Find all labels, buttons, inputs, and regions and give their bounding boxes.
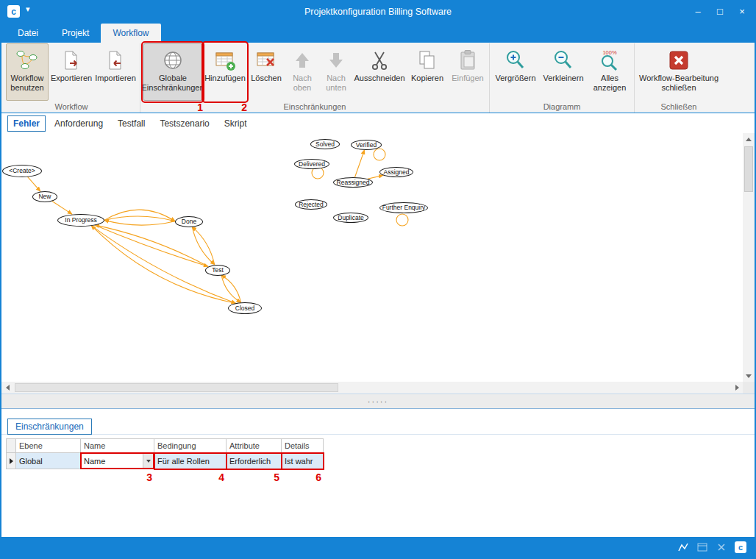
cell-details-value: Ist wahr bbox=[285, 457, 313, 466]
cell-attribute[interactable]: Erforderlich 5 bbox=[227, 453, 282, 469]
clipboard-icon bbox=[456, 47, 479, 74]
einfuegen-button[interactable]: Einfügen bbox=[449, 43, 486, 101]
workflow-node[interactable]: Assigned bbox=[379, 167, 413, 177]
menu-tab-projekt[interactable]: Projekt bbox=[50, 24, 101, 43]
nach-unten-button[interactable]: Nach unten bbox=[320, 43, 352, 101]
ribbon-group-label: Diagramm bbox=[492, 102, 632, 113]
button-label: Ausschneiden bbox=[354, 74, 404, 83]
tab-anforderung[interactable]: Anforderung bbox=[49, 115, 109, 132]
scroll-left-button[interactable] bbox=[1, 382, 13, 394]
export-icon bbox=[60, 47, 83, 74]
globale-einschraenkungen-button[interactable]: Globale Einschränkungen 1 bbox=[143, 43, 202, 101]
hinzufuegen-button[interactable]: Hinzufügen 2 bbox=[204, 43, 246, 101]
button-label: Löschen bbox=[251, 74, 282, 83]
minimize-button[interactable]: – bbox=[687, 1, 709, 21]
header-details: Details bbox=[282, 438, 324, 453]
nach-oben-button[interactable]: Nach oben bbox=[286, 43, 318, 101]
button-label: Workflow benutzen bbox=[7, 74, 48, 92]
tab-testszenario[interactable]: Testszenario bbox=[154, 115, 215, 132]
triangle-left-icon bbox=[6, 385, 10, 391]
tab-einschraenkungen[interactable]: Einschränkungen bbox=[7, 419, 92, 435]
maximize-button[interactable]: □ bbox=[709, 1, 731, 21]
workflow-benutzen-button[interactable]: Workflow benutzen bbox=[6, 43, 49, 101]
cell-ebene[interactable]: Global bbox=[16, 453, 81, 469]
name-dropdown[interactable]: Name bbox=[81, 453, 154, 469]
tab-fehler[interactable]: Fehler bbox=[7, 115, 46, 132]
scroll-right-button[interactable] bbox=[731, 382, 743, 394]
ribbon-group-label: Workflow bbox=[5, 102, 138, 113]
ribbon-group-diagramm: Vergrößern Verkleinern bbox=[490, 43, 635, 113]
row-marker-icon bbox=[10, 458, 13, 464]
tab-testfall[interactable]: Testfall bbox=[112, 115, 151, 132]
workflow-node[interactable]: In Progress bbox=[57, 214, 104, 227]
cell-name[interactable]: Name 3 bbox=[81, 453, 154, 469]
importieren-button[interactable]: Importieren bbox=[94, 43, 137, 101]
chevron-down-icon[interactable] bbox=[143, 453, 154, 469]
scrollbar-corner bbox=[743, 382, 755, 394]
workflow-canvas[interactable]: <Create>NewIn ProgressDoneTestClosedSolv… bbox=[1, 133, 743, 382]
vertical-scroll-thumb[interactable] bbox=[744, 146, 753, 192]
alles-anzeigen-button[interactable]: 100% Alles anzeigen bbox=[588, 43, 631, 101]
triangle-down-icon bbox=[746, 374, 752, 378]
workflow-node[interactable]: Test bbox=[205, 265, 230, 276]
ribbon-group-schliessen: Workflow-Bearbeitung schließen Schließen bbox=[635, 43, 723, 113]
kopieren-button[interactable]: Kopieren bbox=[407, 43, 448, 101]
workflow-node[interactable]: Further Enquiry bbox=[379, 202, 428, 213]
loeschen-button[interactable]: Löschen bbox=[248, 43, 285, 101]
horizontal-scrollbar[interactable] bbox=[1, 382, 743, 394]
annotation-1: 1 bbox=[197, 102, 203, 113]
menu-tab-datei[interactable]: Datei bbox=[6, 24, 50, 43]
workflow-node[interactable]: Solved bbox=[310, 139, 340, 149]
zoom-100-icon: 100% bbox=[598, 47, 621, 74]
status-window-icon[interactable] bbox=[696, 541, 709, 554]
menu-tab-workflow[interactable]: Workflow bbox=[101, 24, 160, 43]
window-title: Projektkonfiguration Billing Software bbox=[1, 1, 755, 22]
tab-skript[interactable]: Skript bbox=[218, 115, 253, 132]
workflow-icon bbox=[15, 47, 39, 74]
workflow-node[interactable]: <Create> bbox=[2, 165, 42, 177]
row-indicator-cell bbox=[6, 453, 16, 469]
workflow-node[interactable]: Verified bbox=[351, 140, 382, 150]
ausschneiden-button[interactable]: Ausschneiden bbox=[354, 43, 405, 101]
status-diagram-icon[interactable] bbox=[677, 541, 690, 554]
globe-icon bbox=[161, 47, 185, 74]
grid-header-row: Ebene Name Bedingung Attribute Details bbox=[6, 438, 324, 453]
status-close-icon[interactable] bbox=[715, 541, 728, 554]
vergroessern-button[interactable]: Vergrößern bbox=[493, 43, 538, 101]
scroll-down-button[interactable] bbox=[743, 370, 755, 382]
workflow-node[interactable]: Rejected bbox=[295, 199, 327, 210]
ribbon-group-einschraenkungen: Globale Einschränkungen 1 Hinzufügen bbox=[140, 43, 490, 113]
zoom-in-icon bbox=[504, 47, 527, 74]
workflow-node[interactable]: Duplicate bbox=[333, 213, 368, 223]
triangle-right-icon bbox=[735, 385, 739, 391]
button-label: Globale Einschränkungen bbox=[142, 74, 204, 92]
pane-splitter[interactable]: ····· bbox=[1, 394, 755, 408]
workflow-bearbeitung-schliessen-button[interactable]: Workflow-Bearbeitung schließen bbox=[638, 43, 720, 101]
header-name: Name bbox=[81, 438, 154, 453]
table-delete-icon bbox=[254, 47, 278, 74]
status-app-icon[interactable]: c bbox=[734, 541, 747, 554]
workflow-node[interactable]: Delivered bbox=[294, 159, 329, 169]
vertical-scrollbar[interactable] bbox=[743, 133, 755, 382]
horizontal-scroll-thumb[interactable] bbox=[15, 383, 338, 392]
close-button[interactable]: × bbox=[731, 1, 753, 21]
cell-bedingung[interactable]: Für alle Rollen 4 bbox=[154, 453, 227, 469]
workflow-node[interactable]: Closed bbox=[228, 302, 262, 314]
workflow-node[interactable]: Reassigned bbox=[333, 177, 373, 188]
chevron-glyph bbox=[146, 460, 151, 463]
workflow-node[interactable]: New bbox=[32, 191, 57, 202]
workflow-node[interactable]: Done bbox=[175, 216, 203, 227]
ribbon: Workflow benutzen Exportieren bbox=[1, 43, 755, 113]
button-label: Einfügen bbox=[452, 74, 483, 83]
annotation-5: 5 bbox=[274, 471, 279, 483]
window-controls: – □ × bbox=[687, 1, 753, 21]
status-bar: c bbox=[1, 537, 755, 558]
copy-icon bbox=[416, 47, 439, 74]
workflow-nodes-layer: <Create>NewIn ProgressDoneTestClosedSolv… bbox=[1, 133, 743, 382]
grid-data-row[interactable]: Global Name 3 Für alle Rollen 4 Erforder… bbox=[6, 453, 324, 469]
scroll-up-button[interactable] bbox=[743, 133, 755, 145]
verkleinern-button[interactable]: Verkleinern bbox=[540, 43, 587, 101]
exportieren-button[interactable]: Exportieren bbox=[50, 43, 93, 101]
button-label: Kopieren bbox=[411, 74, 443, 83]
cell-details[interactable]: Ist wahr 6 bbox=[282, 453, 324, 469]
